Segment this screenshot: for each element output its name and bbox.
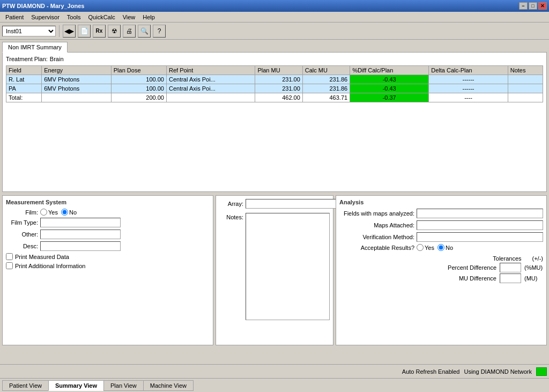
film-type-label: Film Type: bbox=[6, 219, 38, 226]
toolbar-print-btn[interactable]: 🖨 bbox=[123, 25, 136, 38]
col-delta-calc-plan: Delta Calc-Plan bbox=[429, 66, 508, 75]
network-status: Using DIAMOND Network bbox=[464, 368, 532, 375]
toolbar-help-btn[interactable]: ? bbox=[153, 25, 166, 38]
verification-method-input[interactable] bbox=[417, 232, 543, 242]
cell-field: PA bbox=[6, 84, 42, 93]
verification-method-row: Verification Method: bbox=[339, 232, 543, 242]
menu-patient[interactable]: Patient bbox=[2, 13, 27, 21]
tab-non-imrt-summary[interactable]: Non IMRT Summary bbox=[2, 42, 68, 53]
menu-tools[interactable]: Tools bbox=[64, 13, 84, 21]
tolerance-percent-input[interactable]: 5.00 bbox=[500, 263, 521, 272]
menu-view[interactable]: View bbox=[120, 13, 139, 21]
tolerance-section: Tolerances (+/-) Percent Difference 5.00… bbox=[339, 255, 543, 283]
table-row-total: Total: 200.00 462.00 463.71 -0.37 ---- bbox=[6, 93, 543, 102]
desc-input[interactable] bbox=[40, 241, 121, 251]
menu-quickcalc[interactable]: QuickCalc bbox=[85, 13, 118, 21]
tab-summary-view[interactable]: Summary View bbox=[48, 380, 104, 391]
window-controls: − □ ✕ bbox=[519, 2, 547, 10]
film-type-input[interactable] bbox=[40, 218, 121, 227]
col-plan-mu: Plan MU bbox=[255, 66, 302, 75]
table-row[interactable]: PA 6MV Photons 100.00 Central Axis Poi..… bbox=[6, 84, 543, 93]
col-field: Field bbox=[6, 66, 42, 75]
menu-supervisor[interactable]: Supervisor bbox=[28, 13, 63, 21]
fields-maps-row: Fields with maps analyzed: bbox=[339, 209, 543, 218]
tolerance-percent-row: Percent Difference 5.00 (%MU) bbox=[339, 263, 543, 272]
film-no-radio[interactable] bbox=[61, 209, 68, 216]
cell-ref-point: Central Axis Poi... bbox=[166, 84, 255, 93]
tab-machine-view[interactable]: Machine View bbox=[143, 380, 194, 391]
close-button[interactable]: ✕ bbox=[538, 2, 547, 10]
cell-field-total: Total: bbox=[6, 93, 42, 102]
cell-diff: -0.43 bbox=[350, 75, 429, 84]
status-indicator bbox=[536, 367, 547, 376]
checkbox-print-additional: Print Additional Information bbox=[6, 262, 210, 269]
tolerance-mu-input[interactable]: 2.00 bbox=[500, 273, 521, 283]
acceptable-yes-radio[interactable] bbox=[417, 244, 424, 251]
inst-selector[interactable]: Inst01 bbox=[2, 26, 56, 36]
cell-calc-mu: 231.86 bbox=[302, 84, 350, 93]
print-measured-checkbox[interactable] bbox=[6, 253, 13, 260]
cell-energy: 6MV Photons bbox=[42, 84, 112, 93]
minimize-button[interactable]: − bbox=[519, 2, 528, 10]
film-no-label: No bbox=[61, 209, 77, 216]
cell-plan-mu: 231.00 bbox=[255, 75, 302, 84]
cell-notes-total bbox=[508, 93, 543, 102]
tolerance-percent-label: Percent Difference bbox=[448, 264, 496, 271]
treatment-plan-value: Brain bbox=[50, 56, 64, 62]
tolerance-header-plusminus: (+/-) bbox=[532, 255, 543, 262]
cell-delta-total: ---- bbox=[429, 93, 508, 102]
title-bar: PTW DIAMOND - Mary_Jones − □ ✕ bbox=[0, 0, 549, 12]
tolerance-mu-label: MU Difference bbox=[459, 275, 496, 282]
tab-plan-view[interactable]: Plan View bbox=[103, 380, 144, 391]
measurement-panel: Measurement System Film: Yes No bbox=[2, 195, 213, 345]
checkbox-print-measured: Print Measured Data bbox=[6, 253, 210, 260]
menu-bar: Patient Supervisor Tools QuickCalc View … bbox=[0, 12, 549, 23]
cell-delta: ------ bbox=[429, 75, 508, 84]
print-measured-label: Print Measured Data bbox=[15, 254, 69, 260]
film-label: Film: bbox=[6, 209, 38, 216]
film-radio-group: Yes No bbox=[40, 209, 77, 216]
notes-textarea[interactable] bbox=[246, 213, 330, 320]
notes-label: Notes: bbox=[219, 214, 243, 220]
cell-diff: -0.43 bbox=[350, 84, 429, 93]
col-energy: Energy bbox=[42, 66, 112, 75]
main-panel: Treatment Plan: Brain Field Energy Plan … bbox=[2, 52, 547, 192]
toolbar-doc-btn[interactable]: 📄 bbox=[78, 25, 91, 38]
maps-attached-input[interactable] bbox=[417, 220, 543, 230]
app-title: PTW DIAMOND - Mary_Jones bbox=[2, 3, 84, 9]
cell-calc-mu: 231.86 bbox=[302, 75, 350, 84]
acceptable-no-radio[interactable] bbox=[437, 244, 444, 251]
acceptable-yes-text: Yes bbox=[425, 245, 434, 251]
data-table: Field Energy Plan Dose Ref Point Plan MU… bbox=[6, 65, 543, 102]
toolbar-hazard-btn[interactable]: ☢ bbox=[108, 25, 121, 38]
menu-help[interactable]: Help bbox=[139, 13, 158, 21]
col-diff-calc-plan: %Diff Calc/Plan bbox=[350, 66, 429, 75]
maximize-button[interactable]: □ bbox=[529, 2, 537, 10]
toolbar-search-btn[interactable]: 🔍 bbox=[138, 25, 151, 38]
cell-energy: 6MV Photons bbox=[42, 75, 112, 84]
array-input[interactable] bbox=[246, 199, 337, 209]
tolerance-mu-row: MU Difference 2.00 (MU) bbox=[339, 273, 543, 283]
toolbar-nav-btn[interactable]: ◀▶ bbox=[63, 25, 76, 38]
table-row[interactable]: R. Lat 6MV Photons 100.00 Central Axis P… bbox=[6, 75, 543, 84]
cell-ref-point: Central Axis Poi... bbox=[166, 75, 255, 84]
auto-refresh-status: Auto Refresh Enabled bbox=[402, 368, 460, 375]
maps-attached-label: Maps Attached: bbox=[339, 222, 414, 228]
verification-method-label: Verification Method: bbox=[339, 234, 414, 240]
tab-container: Non IMRT Summary bbox=[2, 42, 547, 52]
film-yes-radio[interactable] bbox=[40, 209, 47, 216]
cell-plan-mu-total: 462.00 bbox=[255, 93, 302, 102]
fields-maps-label: Fields with maps analyzed: bbox=[339, 210, 414, 217]
desc-label: Desc: bbox=[6, 243, 38, 249]
other-input[interactable] bbox=[40, 230, 121, 239]
cell-diff-total: -0.37 bbox=[350, 93, 429, 102]
array-notes-panel: Array: Notes: bbox=[216, 195, 333, 345]
fields-maps-input[interactable] bbox=[417, 209, 543, 218]
print-additional-checkbox[interactable] bbox=[6, 262, 13, 269]
tab-patient-view[interactable]: Patient View bbox=[2, 380, 49, 391]
measurement-title: Measurement System bbox=[6, 199, 210, 205]
array-label: Array: bbox=[219, 201, 243, 207]
print-additional-label: Print Additional Information bbox=[15, 263, 85, 269]
toolbar-rx-btn[interactable]: Rx bbox=[93, 25, 106, 38]
tolerance-percent-unit: (%MU) bbox=[524, 264, 543, 271]
